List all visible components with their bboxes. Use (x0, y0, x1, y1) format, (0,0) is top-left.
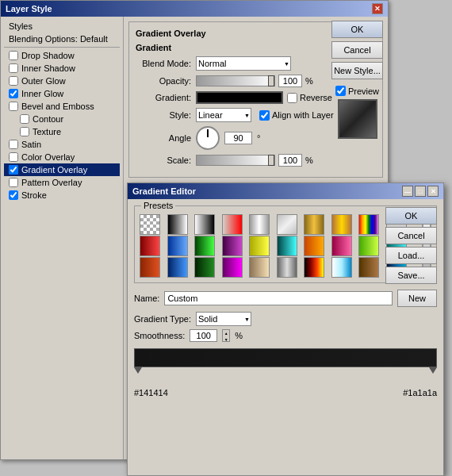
scale-slider[interactable] (196, 155, 275, 166)
sidebar-styles-label: Styles (9, 21, 33, 31)
cancel-button[interactable]: Cancel (331, 41, 383, 59)
preset-red[interactable] (140, 236, 160, 256)
gradient-bar[interactable] (134, 348, 437, 367)
stroke-checkbox[interactable] (9, 190, 18, 200)
preset-silver[interactable] (277, 257, 297, 278)
preset-sand[interactable] (249, 257, 270, 278)
preset-earth[interactable] (358, 257, 379, 278)
style-select-wrapper: Linear (196, 108, 251, 122)
drop-shadow-checkbox[interactable] (9, 51, 18, 60)
right-stop-indicator[interactable] (429, 367, 437, 374)
preview-checkbox[interactable] (335, 86, 346, 96)
sidebar-item-satin[interactable]: Satin (4, 138, 120, 151)
preview-inner (339, 101, 376, 137)
preset-copper[interactable] (331, 214, 352, 235)
preset-btr[interactable] (222, 214, 243, 235)
sidebar-item-inner-shadow[interactable]: Inner Shadow (4, 62, 120, 75)
gradient-type-select[interactable]: Solid Noise (196, 312, 251, 326)
close-button[interactable]: ✕ (372, 3, 383, 14)
style-select[interactable]: Linear (196, 108, 251, 122)
name-input[interactable] (164, 291, 393, 305)
blend-mode-select[interactable]: Normal (196, 56, 291, 71)
smoothness-up[interactable]: ▲ (223, 330, 229, 336)
preset-orange[interactable] (304, 236, 324, 256)
preset-ice[interactable] (331, 257, 352, 278)
preset-rust[interactable] (140, 257, 160, 278)
preset-sky[interactable] (167, 257, 188, 278)
scale-value-input[interactable] (278, 154, 302, 167)
new-style-button[interactable]: New Style... (331, 62, 383, 79)
preset-fire[interactable] (304, 257, 324, 278)
scale-slider-container: % (196, 154, 313, 167)
smoothness-down[interactable]: ▼ (223, 336, 229, 343)
satin-checkbox[interactable] (9, 140, 18, 149)
opacity-slider[interactable] (196, 75, 275, 86)
preset-metal2[interactable] (277, 214, 297, 235)
stop-indicators (134, 367, 437, 378)
sidebar-item-styles[interactable]: Styles (4, 20, 120, 33)
sidebar-item-gradient-overlay[interactable]: Gradient Overlay (4, 163, 120, 176)
sidebar-item-color-overlay[interactable]: Color Overlay (4, 151, 120, 163)
ge-save-button[interactable]: Save... (385, 267, 437, 284)
maximize-button[interactable]: □ (415, 186, 426, 197)
color-overlay-label: Color Overlay (21, 152, 75, 162)
preset-purple[interactable] (222, 236, 243, 256)
preset-forest[interactable] (194, 257, 215, 278)
inner-shadow-checkbox[interactable] (9, 63, 18, 73)
ge-cancel-button[interactable]: Cancel (385, 227, 437, 244)
angle-dial[interactable] (196, 126, 220, 150)
drop-shadow-label: Drop Shadow (21, 51, 75, 60)
texture-checkbox[interactable] (20, 127, 29, 136)
preset-gold[interactable] (304, 214, 324, 235)
smoothness-stepper[interactable]: ▲ ▼ (222, 329, 230, 342)
gradient-overlay-checkbox[interactable] (9, 165, 18, 175)
sidebar-item-contour[interactable]: Contour (4, 113, 120, 125)
preset-magenta[interactable] (222, 257, 243, 278)
ge-close-button[interactable]: ✕ (427, 186, 439, 197)
color-overlay-checkbox[interactable] (9, 152, 18, 162)
sidebar-item-texture[interactable]: Texture (4, 125, 120, 138)
preset-cyan[interactable] (277, 236, 297, 256)
sidebar-item-outer-glow[interactable]: Outer Glow (4, 75, 120, 87)
sidebar-item-bevel-emboss[interactable]: Bevel and Emboss (4, 100, 120, 113)
style-label: Style: (136, 110, 191, 120)
preset-green[interactable] (194, 236, 215, 256)
sidebar-item-pattern-overlay[interactable]: Pattern Overlay (4, 176, 120, 189)
opacity-value-input[interactable] (278, 75, 302, 87)
preset-yellow[interactable] (249, 236, 270, 256)
sidebar-item-stroke[interactable]: Stroke (4, 189, 120, 202)
sidebar-item-blending[interactable]: Blending Options: Default (4, 33, 120, 45)
smoothness-input[interactable] (190, 329, 217, 342)
pattern-overlay-checkbox[interactable] (9, 178, 18, 187)
ge-ok-button[interactable]: OK (385, 207, 437, 225)
smoothness-label: Smoothness: (134, 331, 185, 340)
angle-control: ° (196, 126, 260, 150)
minimize-button[interactable]: — (402, 186, 413, 197)
angle-value-input[interactable] (224, 132, 252, 144)
reverse-checkbox[interactable] (287, 93, 297, 103)
preset-rainbow[interactable] (358, 214, 379, 235)
name-row: Name: New (134, 290, 437, 307)
left-stop-indicator[interactable] (134, 367, 142, 374)
outer-glow-checkbox[interactable] (9, 76, 18, 86)
preset-blue[interactable] (167, 236, 188, 256)
preset-lime[interactable] (358, 236, 379, 256)
align-layer-checkbox[interactable] (259, 110, 270, 121)
preset-pink[interactable] (331, 236, 352, 256)
bevel-emboss-checkbox[interactable] (9, 102, 18, 111)
preset-metal[interactable] (249, 214, 270, 235)
new-gradient-button[interactable]: New (397, 290, 437, 307)
sidebar-item-drop-shadow[interactable]: Drop Shadow (4, 49, 120, 62)
ok-button[interactable]: OK (331, 21, 383, 38)
sidebar-item-inner-glow[interactable]: Inner Glow (4, 87, 120, 100)
ge-load-button[interactable]: Load... (385, 247, 437, 264)
preset-bw[interactable] (167, 214, 188, 235)
gradient-preview[interactable] (196, 91, 283, 104)
contour-checkbox[interactable] (20, 114, 29, 124)
blend-mode-label: Blend Mode: (136, 59, 191, 68)
inner-glow-checkbox[interactable] (9, 89, 18, 98)
preset-transparent[interactable] (140, 214, 160, 235)
sidebar-divider (4, 47, 120, 48)
preset-wb[interactable] (194, 214, 215, 235)
gradient-type-row: Gradient Type: Solid Noise (134, 312, 437, 326)
